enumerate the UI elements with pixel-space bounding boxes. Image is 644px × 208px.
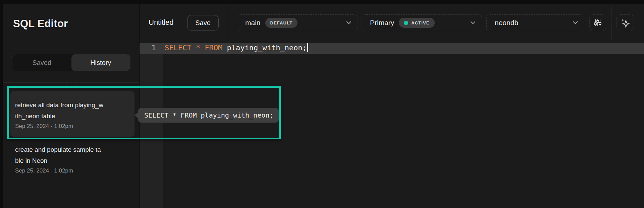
sql-keywords: SELECT * FROM <box>165 44 222 52</box>
history-item-title: retrieve all data from playing_w <box>15 99 130 111</box>
database-select[interactable]: neondb <box>486 14 584 31</box>
sidebar-divider <box>3 43 139 43</box>
saved-history-tabs: Saved History <box>12 54 130 71</box>
history-item-timestamp: Sep 25, 2024 - 1:02pm <box>15 166 130 176</box>
sql-editor-app: SQL Editor Saved History retrieve all da… <box>0 0 644 208</box>
save-button[interactable]: Save <box>187 15 219 30</box>
active-code-line[interactable]: 1 SELECT * FROM playing_with_neon; <box>140 43 644 54</box>
chevron-down-icon <box>470 21 476 24</box>
line-number-gutter <box>140 54 163 208</box>
history-item-title: ith_neon table <box>15 111 130 122</box>
history-item-title: create and populate sample ta <box>15 144 130 155</box>
branch-select-value: main <box>245 19 261 27</box>
tab-saved[interactable]: Saved <box>12 54 71 71</box>
chevron-down-icon <box>346 21 352 24</box>
query-preview-tooltip: SELECT * FROM playing_with_neon; <box>138 108 279 123</box>
sparkle-icon <box>620 17 631 28</box>
status-dot <box>404 21 408 25</box>
sidebar-divider <box>3 82 139 83</box>
editor-panel: Untitled Save main DEFAULT Primary ACTIV… <box>140 4 644 208</box>
ai-assistant-button[interactable] <box>616 14 634 31</box>
database-select-value: neondb <box>495 19 518 27</box>
history-item-title: ble in Neon <box>15 155 130 166</box>
line-number: 1 <box>150 44 156 52</box>
header-divider <box>228 4 228 43</box>
query-preview-sql: SELECT * FROM playing_with_neon; <box>144 111 273 119</box>
page-title: SQL Editor <box>13 18 68 30</box>
sidebar: SQL Editor Saved History retrieve all da… <box>3 4 139 208</box>
history-item-timestamp: Sep 25, 2024 - 1:02pm <box>15 122 130 131</box>
chevron-down-icon <box>573 21 578 24</box>
sql-identifier: playing_with_neon; <box>222 44 307 52</box>
branch-select[interactable]: main DEFAULT <box>237 14 358 31</box>
history-item[interactable]: create and populate sample ta ble in Neo… <box>10 144 135 176</box>
tab-history[interactable]: History <box>71 54 130 71</box>
header-divider <box>611 7 611 40</box>
compute-select[interactable]: Primary ACTIVE <box>362 14 482 31</box>
text-cursor <box>307 43 308 52</box>
sql-code[interactable]: SELECT * FROM playing_with_neon; <box>165 44 308 53</box>
history-item-selected[interactable]: retrieve all data from playing_w ith_neo… <box>10 91 135 137</box>
active-badge: ACTIVE <box>399 18 434 28</box>
default-badge: DEFAULT <box>265 18 298 28</box>
query-title: Untitled <box>149 18 174 27</box>
active-badge-label: ACTIVE <box>411 20 429 25</box>
editor-settings-button[interactable] <box>589 14 606 31</box>
sliders-icon <box>593 18 602 27</box>
compute-select-value: Primary <box>370 19 394 27</box>
